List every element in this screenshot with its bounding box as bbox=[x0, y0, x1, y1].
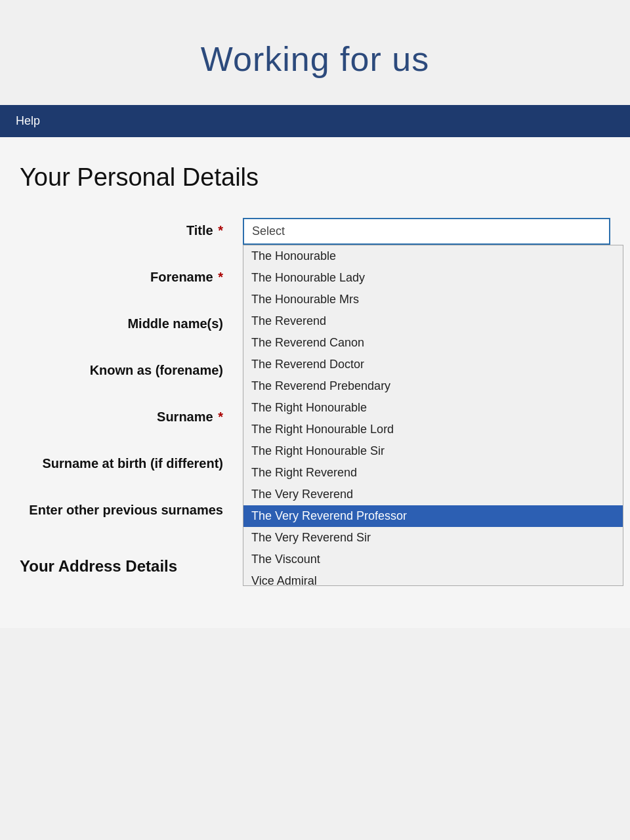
dropdown-item-16[interactable]: Vice Admiral bbox=[243, 570, 623, 586]
dropdown-item-8[interactable]: The Right Honourable bbox=[243, 397, 623, 419]
dropdown-item-3[interactable]: The Honourable Mrs bbox=[243, 289, 623, 310]
forename-required-marker: * bbox=[215, 270, 223, 284]
help-link[interactable]: Help bbox=[16, 114, 40, 127]
forename-label: Forename * bbox=[20, 264, 243, 285]
title-selected-value: Select bbox=[252, 224, 285, 238]
title-dropdown[interactable]: Select The Honourable The Honourable Lad… bbox=[243, 218, 610, 245]
page-title: Working for us bbox=[13, 39, 617, 79]
dropdown-item-2[interactable]: The Honourable Lady bbox=[243, 267, 623, 289]
title-dropdown-list[interactable]: The Honourable The Honourable Lady The H… bbox=[243, 245, 623, 586]
dropdown-item-12[interactable]: The Very Reverend bbox=[243, 484, 623, 505]
dropdown-item-14[interactable]: The Very Reverend Sir bbox=[243, 527, 623, 549]
dropdown-item-9[interactable]: The Right Honourable Lord bbox=[243, 419, 623, 440]
title-label: Title * bbox=[20, 218, 243, 238]
dropdown-item-4[interactable]: The Reverend bbox=[243, 310, 623, 332]
dropdown-item-5[interactable]: The Reverend Canon bbox=[243, 332, 623, 354]
dropdown-item-7[interactable]: The Reverend Prebendary bbox=[243, 375, 623, 397]
surname-label: Surname * bbox=[20, 404, 243, 425]
othersurnames-label: Enter other previous surnames bbox=[20, 497, 243, 518]
page-header: Working for us bbox=[0, 0, 630, 105]
nav-bar: Help bbox=[0, 105, 630, 137]
title-control-wrap: Select The Honourable The Honourable Lad… bbox=[243, 218, 610, 245]
section-title: Your Personal Details bbox=[20, 163, 610, 192]
dropdown-item-6[interactable]: The Reverend Doctor bbox=[243, 354, 623, 375]
main-content: Your Personal Details Title * Select The… bbox=[0, 137, 630, 628]
middlename-label: Middle name(s) bbox=[20, 311, 243, 331]
surname-required-marker: * bbox=[215, 410, 223, 424]
form-area: Title * Select The Honourable The Honour… bbox=[20, 218, 610, 544]
dropdown-item-10[interactable]: The Right Honourable Sir bbox=[243, 440, 623, 462]
title-required-marker: * bbox=[215, 223, 223, 238]
title-field-row: Title * Select The Honourable The Honour… bbox=[20, 218, 610, 245]
dropdown-item-1[interactable]: The Honourable bbox=[243, 245, 623, 267]
knownasforename-label: Known as (forename) bbox=[20, 358, 243, 378]
dropdown-item-11[interactable]: The Right Reverend bbox=[243, 462, 623, 484]
surnameatbirth-label: Surname at birth (if different) bbox=[20, 451, 243, 471]
dropdown-item-13[interactable]: The Very Reverend Professor The Very Re bbox=[243, 505, 623, 527]
dropdown-item-15[interactable]: The Viscount bbox=[243, 549, 623, 570]
title-dropdown-selected[interactable]: Select bbox=[243, 218, 610, 245]
